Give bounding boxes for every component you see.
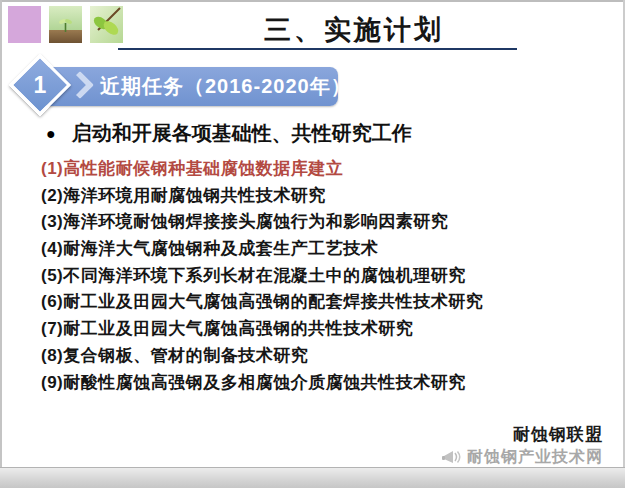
banner-number: 1 [34,71,47,98]
list-item: (5)不同海洋环境下系列长材在混凝土中的腐蚀机理研究 [41,263,611,290]
banner-number-badge: 1 [9,54,71,116]
slide-border-top [0,0,625,2]
sprout-photo-icon [49,6,82,43]
list-item: (9)耐酸性腐蚀高强钢及多相腐蚀介质腐蚀共性技术研究 [41,370,611,397]
logo-thumbnails [8,6,123,43]
task-banner-label: 近期任务（2016-2020年） [100,73,352,100]
footer-site-name: 耐蚀钢产业技术网 [467,447,603,468]
list-item: (6)耐工业及田园大气腐蚀高强钢的配套焊接共性技术研究 [41,289,611,316]
page-title: 三、实施计划 [118,12,590,48]
research-item-list: (1)高性能耐候钢种基础腐蚀数据库建立 (2)海洋环境用耐腐蚀钢共性技术研究 (… [41,156,611,396]
section-header-label: 启动和开展各项基础性、共性研究工作 [72,120,412,147]
section-header: ● 启动和开展各项基础性、共性研究工作 [46,120,606,147]
list-item: (1)高性能耐候钢种基础腐蚀数据库建立 [41,156,611,183]
list-item: (2)海洋环境用耐腐蚀钢共性技术研究 [41,183,611,210]
footer-org-name: 耐蚀钢联盟 [441,423,603,446]
plum-square-decoration [8,6,41,43]
slide-border-bottom [0,467,625,488]
title-underline [118,48,517,50]
footer-site-row: 耐蚀钢产业技术网 [441,447,603,468]
footer-logo-block: 耐蚀钢联盟 耐蚀钢产业技术网 [441,423,603,468]
bullet-icon: ● [46,125,56,143]
slide-border-left [0,0,2,488]
list-item: (3)海洋环境耐蚀钢焊接接头腐蚀行为和影响因素研究 [41,209,611,236]
list-item: (8)复合钢板、管材的制备技术研究 [41,343,611,370]
list-item: (4)耐海洋大气腐蚀钢种及成套生产工艺技术 [41,236,611,263]
list-item: (7)耐工业及田园大气腐蚀高强钢的共性技术研究 [41,316,611,343]
megaphone-icon [441,448,463,468]
